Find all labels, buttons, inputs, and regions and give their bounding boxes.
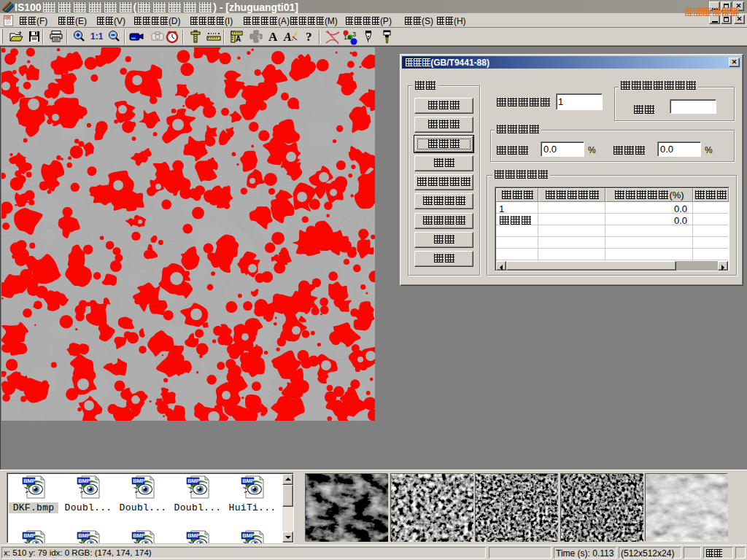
svg-text:BMP: BMP [133,532,145,539]
svg-text:BMP: BMP [78,478,90,484]
svg-text:1:1: 1:1 [90,31,104,42]
svg-text:BMP: BMP [242,532,255,539]
svg-text:BMP: BMP [23,478,36,484]
svg-text:DOC: DOC [5,16,12,20]
svg-text:BMP: BMP [187,478,200,484]
svg-text:1a: 1a [344,34,351,41]
svg-text:BMP: BMP [23,532,36,539]
svg-text:BMP: BMP [242,478,255,484]
svg-text:A: A [268,30,278,44]
svg-text:BMP: BMP [78,532,90,539]
svg-text:BMP: BMP [187,532,200,539]
svg-text:BMP: BMP [133,478,145,484]
svg-text:?: ? [306,30,312,44]
svg-text:A: A [236,35,241,43]
svg-text:A: A [283,31,292,43]
svg-text:3: 3 [352,31,356,38]
